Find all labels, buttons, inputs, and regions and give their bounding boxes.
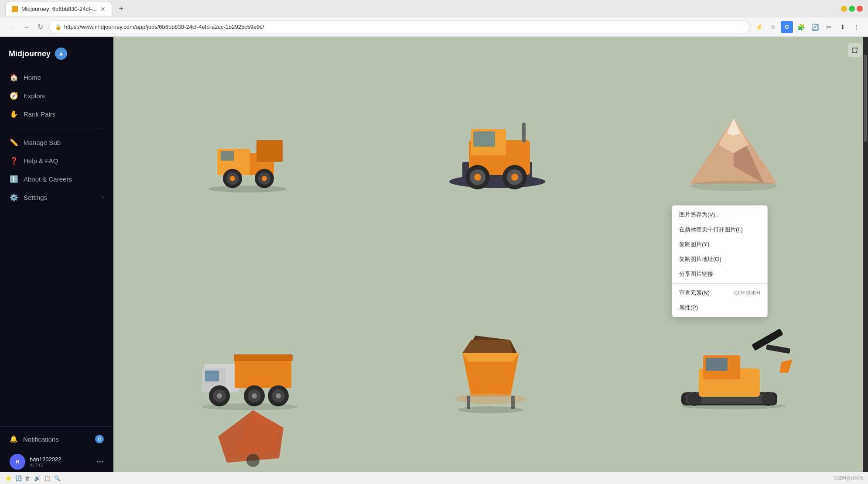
- minimize-button[interactable]: ─: [841, 6, 847, 12]
- sidebar-item-manage-sub[interactable]: ✏️ Manage Sub: [3, 134, 110, 151]
- svg-rect-36: [234, 354, 293, 361]
- illustration-mountain: [681, 105, 786, 201]
- svg-point-30: [690, 181, 777, 191]
- sidebar-item-help-faq[interactable]: ❓ Help & FAQ: [3, 152, 110, 169]
- extensions-button[interactable]: ⚡: [753, 21, 765, 33]
- status-icon-reload[interactable]: 🔃: [15, 475, 22, 481]
- browser-toolbar: ← → ↻ 🔒 https://www.midjourney.com/app/j…: [0, 17, 868, 37]
- scrollbar-thumb[interactable]: [864, 55, 867, 142]
- home-icon: 🏠: [10, 73, 18, 82]
- svg-rect-5: [256, 140, 283, 162]
- browser-chrome: Midjourney: 6b6bb830-24cf-... ✕ + ─ □ ✕ …: [0, 0, 868, 37]
- image-cell-5: [374, 265, 608, 472]
- status-icon-search[interactable]: 🔍: [54, 475, 61, 481]
- svg-marker-48: [462, 353, 519, 362]
- red-material-overlay: [214, 406, 292, 467]
- status-icon-star[interactable]: ⭐: [5, 475, 12, 481]
- main-content: 图片另存为(V)... 在新标签页中打开图片(L) 复制图片(Y) 复制图片地址…: [113, 37, 868, 484]
- bell-icon: 🔔: [10, 435, 18, 443]
- user-menu-icon[interactable]: •••: [96, 458, 104, 466]
- sidebar-bottom: 🔔 Notifications 0 H han1202022 #1745 •••: [0, 426, 113, 477]
- svg-rect-34: [205, 371, 219, 381]
- svg-point-51: [456, 394, 526, 404]
- scrollbar-track: [863, 37, 868, 484]
- address-bar[interactable]: 🔒 https://www.midjourney.com/app/jobs/6b…: [48, 20, 750, 34]
- tab-close-button[interactable]: ✕: [100, 6, 106, 13]
- nav-separator: [10, 128, 103, 128]
- bookmark-button[interactable]: ☆: [767, 21, 779, 33]
- svg-point-22: [474, 174, 481, 181]
- browser-tab[interactable]: Midjourney: 6b6bb830-24cf-... ✕: [5, 2, 112, 16]
- user-profile[interactable]: H han1202022 #1745 •••: [3, 450, 110, 474]
- ctx-share-image-link-label: 分享图片链接: [679, 270, 713, 278]
- sidebar-item-home-label: Home: [24, 74, 41, 81]
- sidebar-item-settings[interactable]: ⚙️ Settings ›: [3, 189, 110, 206]
- sidebar-nav: 🏠 Home 🧭 Explore ✋ Rank Pairs ✏️ Manage …: [0, 69, 113, 426]
- app-layout: Midjourney 🏠 Home 🧭 Explore ✋ Rank Pairs: [0, 37, 868, 484]
- ctx-inspect-label: 审查元素(N): [679, 289, 710, 297]
- ctx-inspect-shortcut: Ctrl+Shift+I: [734, 290, 760, 296]
- status-icon-trash[interactable]: 🗑: [25, 475, 31, 481]
- notifications-item[interactable]: 🔔 Notifications 0: [3, 430, 110, 448]
- status-icon-volume[interactable]: 🔊: [34, 475, 41, 481]
- status-bar: ⭐ 🔃 🗑 🔊 📋 🔍: [0, 472, 868, 484]
- sidebar-item-home[interactable]: 🏠 Home: [3, 69, 110, 86]
- notifications-label: Notifications: [23, 436, 59, 443]
- sidebar-logo: Midjourney: [0, 44, 113, 69]
- svg-rect-61: [706, 358, 728, 371]
- syncing-icon[interactable]: 🔄: [809, 21, 821, 33]
- window-controls: ─ □ ✕: [841, 6, 863, 12]
- manage-sub-icon: ✏️: [10, 138, 18, 147]
- illustration-dump-truck: [191, 110, 304, 197]
- new-tab-button[interactable]: +: [116, 4, 127, 14]
- ctx-inspect[interactable]: 审查元素(N) Ctrl+Shift+I: [672, 285, 767, 300]
- ctx-save-image[interactable]: 图片另存为(V)...: [672, 207, 767, 222]
- back-button[interactable]: ←: [5, 21, 17, 33]
- status-icon-copy[interactable]: 📋: [44, 475, 51, 481]
- watermark: CSDN@转转元: [834, 475, 864, 481]
- sidebar-item-about-careers-label: About & Careers: [24, 175, 72, 183]
- svg-point-45: [276, 393, 281, 398]
- svg-rect-52: [467, 396, 470, 409]
- sidebar-item-rank-pairs[interactable]: ✋ Rank Pairs: [3, 105, 110, 123]
- user-info: han1202022 #1745: [30, 456, 92, 468]
- user-name: han1202022: [30, 456, 92, 463]
- ctx-open-new-tab-label: 在新标签页中打开图片(L): [679, 226, 743, 233]
- cut-icon[interactable]: ✂: [823, 21, 835, 33]
- profile-button[interactable]: G: [781, 21, 793, 33]
- svg-point-13: [262, 176, 267, 181]
- user-id: #1745: [30, 463, 92, 468]
- user-avatar: H: [10, 454, 25, 470]
- rank-pairs-icon: ✋: [10, 110, 18, 118]
- url-text: https://www.midjourney.com/app/jobs/6b6b…: [64, 24, 744, 30]
- sidebar-item-rank-pairs-label: Rank Pairs: [24, 110, 55, 118]
- context-menu: 图片另存为(V)... 在新标签页中打开图片(L) 复制图片(Y) 复制图片地址…: [672, 205, 768, 317]
- svg-marker-64: [779, 360, 793, 373]
- extensions-icon[interactable]: 🧩: [795, 21, 807, 33]
- sidebar-item-about-careers[interactable]: ℹ️ About & Careers: [3, 170, 110, 188]
- sidebar-item-help-faq-label: Help & FAQ: [24, 157, 58, 165]
- sidebar-item-explore[interactable]: 🧭 Explore: [3, 87, 110, 104]
- forward-button[interactable]: →: [20, 21, 32, 33]
- ctx-copy-image-url-label: 复制图片地址(O): [679, 255, 721, 263]
- svg-rect-53: [511, 396, 515, 409]
- menu-button[interactable]: ⋮: [851, 21, 863, 33]
- svg-point-14: [208, 185, 287, 192]
- ctx-properties[interactable]: 属性(P): [672, 300, 767, 315]
- ctx-properties-label: 属性(P): [679, 304, 698, 312]
- ctx-copy-image[interactable]: 复制图片(Y): [672, 237, 767, 252]
- sidebar-item-explore-label: Explore: [24, 92, 46, 100]
- lock-icon: 🔒: [55, 24, 62, 30]
- ctx-separator: [672, 283, 767, 284]
- sidebar-item-settings-label: Settings: [24, 194, 47, 201]
- maximize-button[interactable]: □: [849, 6, 855, 12]
- ctx-copy-image-url[interactable]: 复制图片地址(O): [672, 252, 767, 267]
- reload-button[interactable]: ↻: [35, 21, 46, 33]
- expand-button[interactable]: [848, 43, 862, 57]
- ctx-share-image-link[interactable]: 分享图片链接: [672, 267, 767, 281]
- ctx-open-new-tab[interactable]: 在新标签页中打开图片(L): [672, 222, 767, 237]
- illustration-excavator: [673, 320, 795, 416]
- close-button[interactable]: ✕: [857, 6, 863, 12]
- download-icon[interactable]: ⬇: [837, 21, 849, 33]
- sidebar-item-manage-sub-label: Manage Sub: [24, 139, 61, 146]
